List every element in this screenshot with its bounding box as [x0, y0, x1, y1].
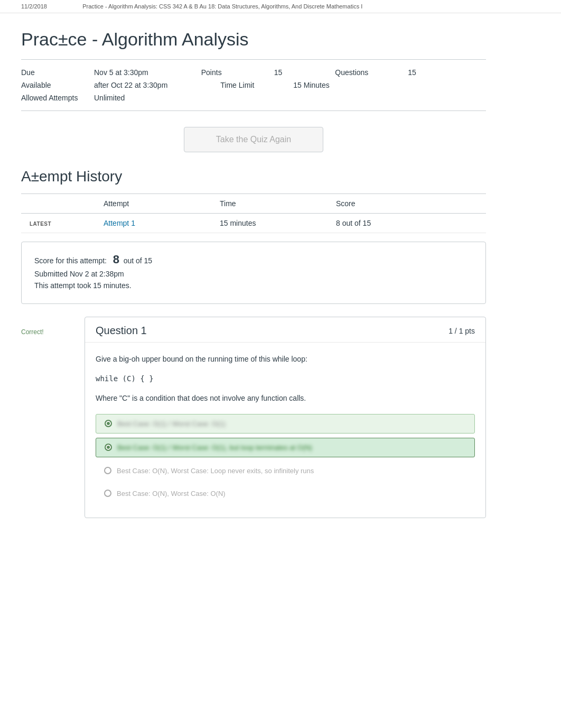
- meta-table: Due Nov 5 at 3:30pm Points 15 Questions …: [21, 68, 486, 102]
- col-header-attempt: Attempt: [95, 194, 211, 214]
- top-bar: 11/2/2018 Practice - Algorithm Analysis:…: [0, 0, 561, 13]
- attempt-table: Attempt Time Score LATEST Attempt 1 15 m…: [21, 193, 486, 233]
- col-header-time: Time: [211, 194, 328, 214]
- question-header: Question 1 1 / 1 pts: [85, 317, 485, 343]
- score-cell: 8 out of 15: [328, 214, 486, 233]
- radio-2: [105, 444, 112, 451]
- take-quiz-section: Take the Quiz Again: [21, 127, 486, 152]
- questions-value: 15: [408, 68, 416, 77]
- due-item: Due Nov 5 at 3:30pm: [21, 68, 148, 77]
- date-label: 11/2/2018: [21, 3, 47, 10]
- allowed-attempts-item: Allowed Attempts Unlimited: [21, 94, 125, 102]
- attempt-1-link[interactable]: Attempt 1: [104, 219, 135, 227]
- latest-badge: LATEST: [21, 214, 95, 233]
- score-line: Score for this attempt: 8 out of 15: [34, 253, 473, 266]
- question-body: Give a big-oh upper bound on the running…: [85, 343, 485, 518]
- answer-option-2: Best Case: O(1) / Worst Case: O(1), but …: [96, 438, 475, 457]
- due-label: Due: [21, 68, 90, 77]
- meta-divider: [21, 110, 486, 111]
- header-divider: [21, 59, 486, 60]
- submitted-line: Submitted Nov 2 at 2:38pm: [34, 270, 473, 278]
- answer-text-2: Best Case: O(1) / Worst Case: O(1), but …: [117, 444, 312, 451]
- took-line: This attempt took 15 minutes.: [34, 281, 473, 290]
- breadcrumb-text: Practice - Algorithm Analysis: CSS 342 A…: [82, 3, 362, 10]
- attempt-history-title: A±empt History: [21, 168, 486, 185]
- allowed-attempts-value: Unlimited: [94, 94, 125, 102]
- score-number: 8: [113, 253, 119, 266]
- available-label: Available: [21, 81, 90, 89]
- available-item: Available after Oct 22 at 3:30pm: [21, 81, 167, 89]
- points-value: 15: [274, 68, 283, 77]
- answer-option-3: Best Case: O(N), Worst Case: Loop never …: [96, 462, 475, 480]
- time-limit-value: 15 Minutes: [293, 81, 329, 89]
- question-body-text: Give a big-oh upper bound on the running…: [96, 353, 475, 365]
- radio-1: [105, 420, 112, 427]
- score-out-of: out of 15: [124, 256, 153, 265]
- take-quiz-button[interactable]: Take the Quiz Again: [184, 127, 323, 152]
- meta-row-3: Allowed Attempts Unlimited: [21, 94, 486, 102]
- page-container: Prac±ce - Algorithm Analysis Due Nov 5 a…: [0, 13, 507, 571]
- time-limit-item: Time Limit 15 Minutes: [220, 81, 329, 89]
- radio-4: [104, 490, 111, 497]
- answer-text-4: Best Case: O(N), Worst Case: O(N): [117, 490, 226, 497]
- question-body-text2: Where "C" is a condition that does not i…: [96, 392, 475, 404]
- answer-text-3: Best Case: O(N), Worst Case: Loop never …: [117, 467, 314, 475]
- time-limit-label: Time Limit: [220, 81, 289, 89]
- score-for-attempt-label: Score for this attempt:: [34, 256, 107, 265]
- meta-row-1: Due Nov 5 at 3:30pm Points 15 Questions …: [21, 68, 486, 77]
- questions-item: Questions 15: [335, 68, 416, 77]
- question-points: 1 / 1 pts: [448, 327, 475, 335]
- allowed-attempts-label: Allowed Attempts: [21, 94, 90, 102]
- table-row: LATEST Attempt 1 15 minutes 8 out of 15: [21, 214, 486, 233]
- code-block: while (C) { }: [96, 374, 475, 383]
- question-card-1: Question 1 1 / 1 pts Give a big-oh upper…: [85, 317, 486, 518]
- correct-label: Correct!: [21, 328, 44, 336]
- available-value: after Oct 22 at 3:30pm: [94, 81, 167, 89]
- time-cell: 15 minutes: [211, 214, 328, 233]
- meta-row-2: Available after Oct 22 at 3:30pm Time Li…: [21, 81, 486, 89]
- answer-option-1: Best Case: O(1) / Worst Case: O(1): [96, 414, 475, 434]
- points-item: Points 15: [201, 68, 283, 77]
- page-title: Prac±ce - Algorithm Analysis: [21, 29, 486, 50]
- attempt-detail-box: Score for this attempt: 8 out of 15 Subm…: [21, 242, 486, 304]
- question-title: Question 1: [96, 325, 147, 337]
- correct-label-area: Correct!: [21, 317, 85, 336]
- attempt-link-cell[interactable]: Attempt 1: [95, 214, 211, 233]
- answer-text-1: Best Case: O(1) / Worst Case: O(1): [117, 420, 226, 428]
- points-label: Points: [201, 68, 270, 77]
- question-1-wrapper: Correct! Question 1 1 / 1 pts Give a big…: [21, 317, 486, 529]
- answer-option-4: Best Case: O(N), Worst Case: O(N): [96, 484, 475, 503]
- questions-label: Questions: [335, 68, 404, 77]
- col-header-badge: [21, 194, 95, 214]
- radio-3: [104, 467, 111, 474]
- col-header-score: Score: [328, 194, 486, 214]
- due-value: Nov 5 at 3:30pm: [94, 68, 148, 77]
